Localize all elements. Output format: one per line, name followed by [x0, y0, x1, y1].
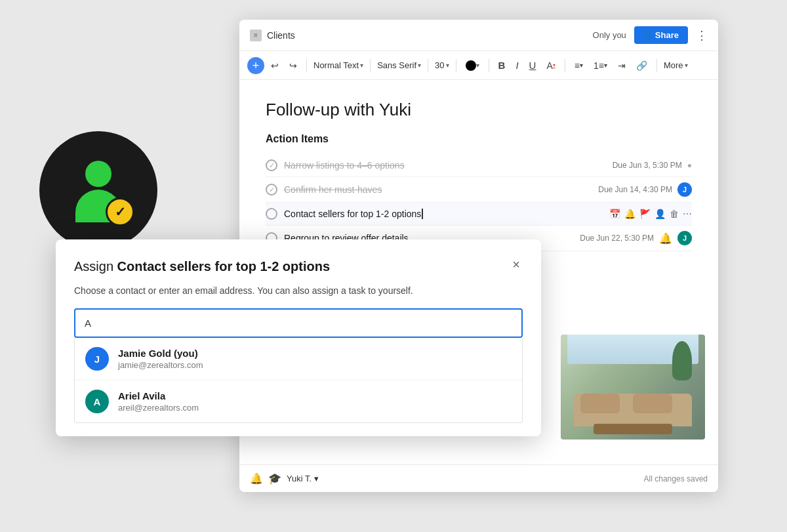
assign-modal: Assign Contact sellers for top 1-2 optio…	[56, 239, 541, 436]
title-bar: ≡ Clients Only you Share ⋮	[239, 20, 718, 51]
assignee-avatar-2: J	[677, 182, 692, 197]
share-button[interactable]: Share	[634, 26, 688, 44]
bold-button[interactable]: B	[494, 57, 510, 73]
color-button[interactable]: ▾	[462, 58, 483, 73]
contact-item-jamie[interactable]: J Jamie Gold (you) jamie@zerealtors.com	[75, 338, 522, 380]
save-status: All changes saved	[644, 474, 708, 483]
font-label: Sans Serif	[377, 60, 416, 70]
due-date-1: Due Jun 3, 5:30 PM	[613, 161, 682, 170]
user-selector[interactable]: Yuki T. ▾	[287, 474, 319, 483]
current-user-label: Yuki T.	[287, 474, 312, 483]
modal-subtitle: Choose a contact or enter an email addre…	[74, 284, 523, 298]
assignee-avatar-4: J	[677, 231, 692, 245]
modal-title-prefix: Assign	[74, 259, 117, 274]
doc-icon: ≡	[250, 30, 262, 41]
contact-avatar-a: A	[85, 390, 109, 413]
toolbar-divider-7	[656, 59, 657, 72]
action-item-4-right: Due Jun 22, 5:30 PM 🔔 J	[580, 231, 692, 245]
toolbar-divider-4	[456, 59, 456, 72]
color-chevron: ▾	[476, 62, 479, 69]
bullet-list-button[interactable]: ≡▾	[571, 58, 587, 73]
title-bar-right: Only you Share ⋮	[593, 26, 708, 44]
due-date-2: Due Jun 14, 4:30 PM	[598, 185, 672, 194]
avatar-head	[85, 161, 111, 187]
size-chevron: ▾	[446, 62, 449, 69]
contact-item-ariel[interactable]: A Ariel Avila areil@zerealtors.com	[75, 380, 522, 422]
user-avatar-bg	[39, 131, 157, 249]
modal-title-task: Contact sellers for top 1-2 options	[117, 259, 330, 274]
action-item-2: Confirm her must-haves Due Jun 14, 4:30 …	[266, 177, 692, 203]
more-label: More	[664, 60, 683, 70]
visibility-label: Only you	[593, 30, 626, 40]
color-dot	[466, 60, 476, 71]
status-bar: 🔔 🎓 Yuki T. ▾ All changes saved	[239, 464, 718, 492]
font-select[interactable]: Sans Serif ▾	[376, 58, 422, 73]
doc-title-name: Clients	[267, 30, 295, 41]
action-item-1: Narrow listings to 4–6 options Due Jun 3…	[266, 154, 692, 177]
ordered-list-button[interactable]: 1≡▾	[590, 58, 611, 73]
highlight-button[interactable]: A▾	[542, 58, 559, 73]
contact-email-jamie: jamie@zerealtors.com	[118, 360, 203, 370]
contact-email-ariel: areil@zerealtors.com	[118, 403, 199, 413]
text-style-label: Normal Text	[313, 60, 359, 70]
italic-button[interactable]: I	[512, 57, 522, 73]
underline-button[interactable]: U	[525, 57, 540, 73]
contact-name-ariel: Ariel Avila	[118, 390, 199, 401]
check-done-icon-2[interactable]	[266, 184, 277, 195]
undo-button[interactable]: ↩	[267, 58, 283, 73]
action-item-2-left: Confirm her must-haves	[266, 184, 598, 195]
contact-info-ariel: Ariel Avila areil@zerealtors.com	[118, 390, 199, 413]
more-button[interactable]: More ▾	[662, 58, 689, 73]
toolbar-divider-1	[306, 59, 307, 72]
doc-heading: Follow-up with Yuki	[266, 100, 692, 120]
status-bar-left: 🔔 🎓 Yuki T. ▾	[250, 472, 319, 485]
bell-item-icon[interactable]: 🔔	[624, 209, 636, 219]
modal-close-button[interactable]: ×	[510, 258, 523, 271]
hat-icon[interactable]: 🎓	[268, 472, 281, 485]
user-selector-chevron: ▾	[314, 474, 319, 483]
action-text-2: Confirm her must-haves	[284, 184, 382, 195]
trash-icon[interactable]: 🗑	[670, 209, 679, 219]
toolbar-divider-6	[565, 59, 565, 72]
person-icon[interactable]: 👤	[655, 209, 666, 219]
flag-icon[interactable]: 🚩	[639, 209, 651, 219]
action-item-2-right: Due Jun 14, 4:30 PM J	[598, 182, 692, 197]
toolbar: + ↩ ↪ Normal Text ▾ Sans Serif ▾ 30 ▾ ▾ …	[239, 51, 718, 80]
contact-info-jamie: Jamie Gold (you) jamie@zerealtors.com	[118, 348, 203, 370]
action-item-3-right: 📅 🔔 🚩 👤 🗑 ⋯	[609, 209, 692, 219]
modal-title: Assign Contact sellers for top 1-2 optio…	[74, 258, 330, 275]
redo-button[interactable]: ↪	[285, 58, 301, 73]
action-text-1: Narrow listings to 4–6 options	[284, 160, 405, 171]
contact-avatar-j: J	[85, 347, 109, 371]
more-item-icon[interactable]: ⋯	[683, 209, 692, 219]
action-item-3: Contact sellers for top 1-2 options 📅 🔔 …	[266, 203, 692, 226]
bell-indicator-4: 🔔	[659, 232, 672, 245]
text-style-chevron: ▾	[360, 62, 363, 69]
font-chevron: ▾	[418, 62, 421, 69]
link-button[interactable]: 🔗	[632, 58, 651, 73]
notification-bell-icon[interactable]: 🔔	[250, 472, 263, 485]
contact-list: J Jamie Gold (you) jamie@zerealtors.com …	[74, 338, 523, 423]
action-item-1-left: Narrow listings to 4–6 options	[266, 159, 613, 171]
avatar-check-icon	[106, 197, 134, 226]
contact-name-jamie: Jamie Gold (you)	[118, 348, 203, 359]
section-title: Action Items	[266, 133, 692, 145]
size-label: 30	[435, 60, 444, 70]
status-dot-1: ●	[687, 161, 692, 170]
check-done-icon-1[interactable]	[266, 159, 277, 171]
calendar-icon[interactable]: 📅	[609, 209, 620, 219]
toolbar-divider-3	[428, 59, 428, 72]
toolbar-divider-5	[489, 59, 489, 72]
action-items-list: Narrow listings to 4–6 options Due Jun 3…	[266, 154, 692, 251]
indent-button[interactable]: ⇥	[614, 58, 630, 73]
contact-search-input[interactable]	[74, 308, 523, 338]
action-item-3-left: Contact sellers for top 1-2 options	[266, 208, 609, 220]
more-options-button[interactable]: ⋮	[696, 28, 708, 43]
check-open-icon-3[interactable]	[266, 208, 277, 220]
action-item-1-right: Due Jun 3, 5:30 PM ●	[613, 161, 692, 170]
due-date-4: Due Jun 22, 5:30 PM	[580, 234, 654, 243]
text-style-select[interactable]: Normal Text ▾	[312, 58, 365, 73]
add-button[interactable]: +	[247, 57, 264, 74]
avatar-person	[69, 161, 128, 220]
size-select[interactable]: 30 ▾	[434, 58, 450, 73]
